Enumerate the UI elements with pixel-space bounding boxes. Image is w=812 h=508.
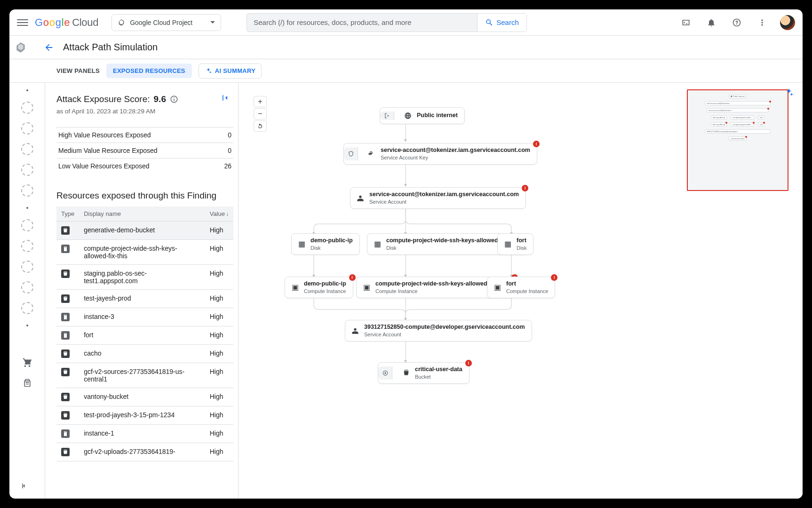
clipboard-icon[interactable] <box>23 378 32 389</box>
resource-value: High <box>205 388 233 406</box>
node-bucket[interactable]: critical-user-data Bucket ! <box>378 362 470 384</box>
node-disk-3[interactable]: ▦ fort Disk <box>497 233 533 255</box>
search-button[interactable]: Search <box>477 13 527 32</box>
account-icon <box>351 326 359 335</box>
bucket-icon <box>61 270 70 278</box>
col-type[interactable]: Type <box>56 206 79 222</box>
svg-marker-0 <box>404 139 407 142</box>
nav-section-dot <box>26 89 28 91</box>
left-panel[interactable]: Attack Exposure Score: 9.6 as of April 1… <box>45 83 238 499</box>
tab-view-panels[interactable]: VIEW PANELS <box>56 67 100 74</box>
score-label: Attack Exposure Score: <box>56 94 150 104</box>
node-disk-1[interactable]: ▦ demo-public-ip Disk <box>291 233 360 255</box>
disk-icon: ▦ <box>297 240 306 248</box>
resource-value: High <box>205 363 233 388</box>
notifications-icon[interactable] <box>702 13 721 32</box>
help-icon[interactable] <box>727 13 746 32</box>
node-sa-key[interactable]: service-account@tokenizer.iam.gserviceac… <box>343 143 537 165</box>
node-sa[interactable]: service-account@tokenizer.iam.gserviceac… <box>350 187 526 209</box>
nav-item[interactable] <box>21 261 33 273</box>
node-title: Public internet <box>417 112 458 119</box>
table-row[interactable]: gcf-v2-uploads-277353641819-High <box>56 443 233 461</box>
page-header: Attack Path Simulation <box>9 36 803 59</box>
metric-label: High Value Resources Exposed <box>58 131 151 139</box>
nav-item[interactable] <box>21 164 33 176</box>
table-row[interactable]: instance-3High <box>56 308 233 326</box>
ai-summary-button[interactable]: AI SUMMARY <box>199 64 262 79</box>
more-icon[interactable] <box>753 13 772 32</box>
shield-icon <box>344 147 358 160</box>
table-row[interactable]: gcf-v2-sources-277353641819-us-central1H… <box>56 363 233 388</box>
project-picker[interactable]: Google Cloud Project <box>111 14 221 31</box>
resource-value: High <box>205 308 233 326</box>
node-title: fort <box>506 281 548 287</box>
nav-item[interactable] <box>21 219 33 231</box>
table-row[interactable]: generative-demo-bucketHigh <box>56 222 233 240</box>
table-row[interactable]: staging.pablo-os-sec-test1.appspot.comHi… <box>56 265 233 290</box>
minimap[interactable]: ⬣ Public internet service-account@tokeni… <box>687 89 788 191</box>
nav-item[interactable] <box>21 240 33 252</box>
document-icon <box>61 313 70 321</box>
key-icon <box>367 150 376 158</box>
zoom-controls: + − <box>254 96 267 132</box>
score-asof: as of April 10, 2023 at 10:28:29 AM <box>56 108 233 115</box>
info-icon[interactable] <box>170 95 178 103</box>
instance-icon: ▣ <box>493 283 502 292</box>
resource-name: generative-demo-bucket <box>79 222 205 240</box>
resource-value: High <box>205 290 233 308</box>
nav-item[interactable] <box>21 302 33 314</box>
nav-item[interactable] <box>21 184 33 197</box>
nav-item[interactable] <box>21 102 33 114</box>
resource-value: High <box>205 265 233 290</box>
collapse-panel-icon[interactable] <box>220 93 233 105</box>
col-name[interactable]: Display name <box>79 206 205 222</box>
avatar[interactable] <box>780 15 795 30</box>
cloud-shell-icon[interactable] <box>677 13 695 32</box>
table-row[interactable]: test-jayesh-prodHigh <box>56 290 233 308</box>
cart-icon[interactable] <box>22 357 32 370</box>
document-icon <box>61 245 70 253</box>
resource-name: compute-project-wide-ssh-keys-allowed-fi… <box>79 240 205 265</box>
table-row[interactable]: fortHigh <box>56 326 233 345</box>
bucket-icon <box>61 294 70 303</box>
nav-item[interactable] <box>21 122 33 135</box>
node-instance-1[interactable]: ▣ demo-public-ip Compute Instance ! <box>285 277 353 298</box>
nav-item[interactable] <box>21 337 33 349</box>
back-button[interactable] <box>40 42 58 53</box>
search-input[interactable] <box>247 13 477 32</box>
tab-exposed-resources[interactable]: EXPOSED RESOURCES <box>106 64 192 78</box>
page-title: Attack Path Simulation <box>63 42 158 53</box>
node-subtitle: Service Account <box>364 332 525 337</box>
table-row[interactable]: cachoHigh <box>56 345 233 363</box>
score-row: Attack Exposure Score: 9.6 <box>56 93 233 105</box>
table-row[interactable]: test-prod-jayesh-3-15-pm-1234High <box>56 406 233 425</box>
resource-name: gcf-v2-sources-277353641819-us-central1 <box>79 363 205 388</box>
table-row[interactable]: instance-1High <box>56 425 233 443</box>
zoom-in-button[interactable]: + <box>254 96 267 107</box>
menu-icon[interactable] <box>17 17 28 28</box>
document-icon <box>61 429 70 438</box>
table-row[interactable]: vantony-bucketHigh <box>56 388 233 406</box>
node-public-internet[interactable]: Public internet <box>380 107 465 124</box>
graph-canvas[interactable]: + − ⬣ Public internet service-account@to… <box>239 83 803 499</box>
resource-name: test-jayesh-prod <box>79 290 205 308</box>
table-row[interactable]: compute-project-wide-ssh-keys-allowed-fi… <box>56 240 233 265</box>
nav-item[interactable] <box>21 143 33 155</box>
sort-desc-icon: ↓ <box>226 211 229 217</box>
resource-value: High <box>205 425 233 443</box>
collapse-nav-icon[interactable] <box>20 482 28 492</box>
nav-item[interactable] <box>21 281 33 294</box>
node-subtitle: Disk <box>310 245 353 251</box>
document-icon <box>61 331 70 340</box>
node-title: critical-user-data <box>415 366 462 373</box>
resource-name: cacho <box>79 345 205 363</box>
node-developer-sa[interactable]: 393127152850-compute@developer.gservicea… <box>345 320 532 341</box>
score-value: 9.6 <box>154 94 166 104</box>
zoom-out-button[interactable]: − <box>254 108 267 119</box>
instance-icon: ▣ <box>362 283 371 292</box>
node-instance-3[interactable]: ▣ fort Compute Instance ! <box>487 277 555 298</box>
google-cloud-logo[interactable]: Google Cloud <box>35 16 98 29</box>
ai-sparkle-button[interactable] <box>784 87 794 100</box>
col-value[interactable]: Value↓ <box>205 206 233 222</box>
zoom-reset-button[interactable] <box>254 120 267 132</box>
